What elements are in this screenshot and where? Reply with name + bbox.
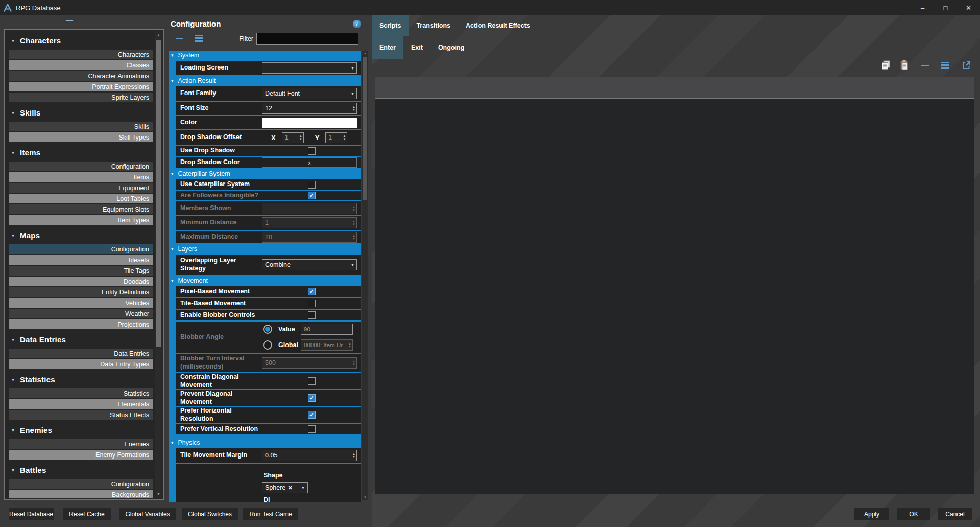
sidebar-section-items[interactable]: ▾ Items bbox=[9, 147, 153, 157]
use-drop-shadow-checkbox[interactable] bbox=[308, 147, 316, 155]
sidebar-item-equipment-slots[interactable]: Equipment Slots bbox=[9, 204, 153, 214]
blobber-turn-interval-spinner[interactable]: 500 bbox=[262, 357, 357, 369]
font-family-dropdown[interactable]: Default Font bbox=[262, 88, 357, 99]
sidebar-scrollbar[interactable]: ▲ ▼ bbox=[155, 31, 162, 498]
sidebar-item-status-effects[interactable]: Status Effects bbox=[9, 410, 153, 420]
reset-cache-button[interactable]: Reset Cache bbox=[63, 508, 111, 520]
scroll-down-icon[interactable]: ▼ bbox=[155, 492, 162, 496]
section-header-caterpillar-system[interactable]: ▾ Caterpillar System bbox=[169, 169, 361, 178]
sidebar-item-backgrounds[interactable]: Backgrounds bbox=[9, 490, 153, 498]
sidebar-item-tilesets[interactable]: Tilesets bbox=[9, 255, 153, 265]
sidebar-item-items-configuration[interactable]: Configuration bbox=[9, 162, 153, 171]
sidebar-item-classes[interactable]: Classes bbox=[9, 60, 153, 70]
sidebar-item-maps-configuration[interactable]: Configuration bbox=[9, 244, 153, 254]
filter-input[interactable] bbox=[256, 33, 358, 45]
minimize-button[interactable]: – bbox=[911, 0, 934, 15]
close-button[interactable]: ✕ bbox=[957, 0, 980, 15]
sidebar-item-enemies[interactable]: Enemies bbox=[9, 439, 153, 449]
sidebar-item-data-entries[interactable]: Data Entries bbox=[9, 349, 153, 358]
spinner-arrows-icon[interactable] bbox=[343, 134, 346, 141]
section-header-action-result[interactable]: ▾ Action Result bbox=[169, 76, 361, 85]
sidebar-item-items[interactable]: Items bbox=[9, 172, 153, 182]
open-external-icon[interactable] bbox=[962, 61, 971, 72]
menu-icon[interactable] bbox=[941, 62, 949, 69]
sidebar-item-statistics[interactable]: Statistics bbox=[9, 388, 153, 398]
sidebar-section-statistics[interactable]: ▾ Statistics bbox=[9, 374, 153, 384]
sidebar-section-characters[interactable]: ▾ Characters bbox=[9, 35, 153, 45]
spinner-arrows-icon[interactable] bbox=[352, 360, 355, 366]
configuration-scrollbar[interactable]: ▲ ▼ bbox=[362, 51, 368, 500]
global-variables-button[interactable]: Global Variables bbox=[119, 508, 176, 520]
offset-y-spinner[interactable]: 1 bbox=[325, 132, 347, 143]
sidebar-item-entity-definitions[interactable]: Entity Definitions bbox=[9, 287, 153, 297]
members-shown-spinner[interactable] bbox=[262, 203, 357, 214]
blobber-angle-value-input[interactable]: 90 bbox=[301, 324, 353, 335]
info-icon[interactable]: i bbox=[353, 20, 361, 28]
tile-movement-margin-spinner[interactable]: 0.05 bbox=[262, 450, 357, 461]
tab-scripts[interactable]: Scripts bbox=[372, 15, 409, 36]
sidebar-section-maps[interactable]: ▾ Maps bbox=[9, 230, 153, 240]
overlapping-layer-strategy-dropdown[interactable]: Combine bbox=[262, 259, 357, 270]
sidebar-section-skills[interactable]: ▾ Skills bbox=[9, 107, 153, 118]
blobber-angle-global-dropdown[interactable]: 00000: Item Ur bbox=[301, 339, 353, 351]
sidebar-item-characters[interactable]: Characters bbox=[9, 50, 153, 59]
tab-exit[interactable]: Exit bbox=[403, 36, 431, 59]
clear-icon[interactable]: ✕ bbox=[288, 485, 297, 491]
sidebar-item-data-entry-types[interactable]: Data Entry Types bbox=[9, 359, 153, 369]
sidebar-item-item-types[interactable]: Item Types bbox=[9, 215, 153, 225]
prefer-vertical-resolution-checkbox[interactable] bbox=[308, 425, 316, 433]
tab-enter[interactable]: Enter bbox=[372, 36, 403, 59]
sidebar-item-doodads[interactable]: Doodads bbox=[9, 277, 153, 286]
constrain-diagonal-movement-checkbox[interactable] bbox=[308, 377, 316, 385]
cancel-button[interactable]: Cancel bbox=[938, 508, 972, 520]
use-caterpillar-system-checkbox[interactable] bbox=[308, 181, 316, 189]
blobber-angle-global-radio[interactable] bbox=[263, 340, 272, 350]
paste-icon[interactable] bbox=[900, 60, 909, 72]
spinner-arrows-icon[interactable] bbox=[352, 234, 355, 240]
sidebar-item-elementals[interactable]: Elementals bbox=[9, 399, 153, 409]
run-test-game-button[interactable]: Run Test Game bbox=[243, 508, 298, 520]
sidebar-section-battles[interactable]: ▾ Battles bbox=[9, 465, 153, 475]
maximum-distance-spinner[interactable]: 20 bbox=[262, 232, 357, 243]
sidebar-collapse-button[interactable]: — bbox=[66, 20, 74, 22]
scroll-down-icon[interactable]: ▼ bbox=[362, 496, 368, 499]
loading-screen-dropdown[interactable] bbox=[262, 62, 357, 74]
sidebar-item-tile-tags[interactable]: Tile Tags bbox=[9, 266, 153, 276]
tab-ongoing[interactable]: Ongoing bbox=[431, 36, 472, 59]
sidebar-item-weather[interactable]: Weather bbox=[9, 309, 153, 318]
sidebar-section-data-entries[interactable]: ▾ Data Entries bbox=[9, 334, 153, 345]
section-header-system[interactable]: ▾ System bbox=[169, 51, 361, 60]
sidebar-item-enemy-formations[interactable]: Enemy Formations bbox=[9, 450, 153, 460]
pixel-based-movement-checkbox[interactable] bbox=[308, 288, 316, 295]
spinner-arrows-icon[interactable] bbox=[352, 105, 355, 111]
shape-dropdown[interactable]: Sphere ✕ bbox=[262, 482, 308, 493]
maximize-button[interactable]: □ bbox=[934, 0, 957, 15]
sidebar-item-skills[interactable]: Skills bbox=[9, 122, 153, 131]
menu-icon[interactable] bbox=[195, 35, 203, 42]
tab-action-result-effects[interactable]: Action Result Effects bbox=[458, 15, 538, 36]
collapse-all-button[interactable] bbox=[921, 65, 929, 66]
tab-transitions[interactable]: Transitions bbox=[409, 15, 458, 36]
enable-blobber-controls-checkbox[interactable] bbox=[308, 311, 316, 319]
sidebar-item-projections[interactable]: Projections bbox=[9, 319, 153, 329]
reset-database-button[interactable]: Reset Database bbox=[9, 508, 54, 520]
font-size-spinner[interactable]: 12 bbox=[262, 103, 357, 114]
prevent-diagonal-movement-checkbox[interactable] bbox=[308, 394, 316, 402]
section-header-layers[interactable]: ▾ Layers bbox=[169, 244, 361, 254]
sidebar-item-character-animations[interactable]: Character Animations bbox=[9, 71, 153, 81]
sidebar-item-sprite-layers[interactable]: Sprite Layers bbox=[9, 93, 153, 102]
drop-shadow-color-swatch[interactable]: x bbox=[262, 157, 357, 168]
sidebar-item-vehicles[interactable]: Vehicles bbox=[9, 298, 153, 308]
spinner-arrows-icon[interactable] bbox=[352, 205, 355, 212]
spinner-arrows-icon[interactable] bbox=[352, 220, 355, 226]
ok-button[interactable]: OK bbox=[897, 508, 930, 520]
minimum-distance-spinner[interactable]: 1 bbox=[262, 217, 357, 228]
section-header-movement[interactable]: ▾ Movement bbox=[169, 276, 361, 285]
color-swatch[interactable] bbox=[262, 118, 357, 128]
section-header-physics[interactable]: ▾ Physics bbox=[169, 438, 361, 447]
global-switches-button[interactable]: Global Switches bbox=[182, 508, 238, 520]
prefer-horizontal-resolution-checkbox[interactable] bbox=[308, 411, 316, 419]
tile-based-movement-checkbox[interactable] bbox=[308, 300, 316, 307]
followers-intangible-checkbox[interactable] bbox=[308, 192, 316, 199]
sidebar-item-skill-types[interactable]: Skill Types bbox=[9, 132, 153, 142]
